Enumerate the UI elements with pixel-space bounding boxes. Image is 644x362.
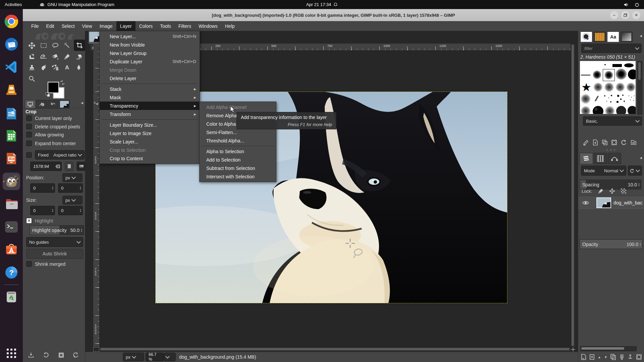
undo-history-tab[interactable] <box>48 100 58 109</box>
spin-down-icon[interactable]: ▼ <box>79 188 82 190</box>
option-current-layer-only[interactable]: Current layer only <box>26 115 72 121</box>
checkbox[interactable] <box>26 261 32 267</box>
collapse-tab-icon[interactable]: ◀ <box>81 101 83 105</box>
raise-layer-button[interactable]: ▲ <box>598 355 601 359</box>
zoom-combo[interactable] <box>164 353 176 361</box>
aspect-ratio-entry[interactable]: 1578:94 <box>30 162 62 171</box>
spin-down-icon[interactable]: ▼ <box>638 185 640 187</box>
files-icon[interactable] <box>3 195 20 213</box>
option-highlight[interactable]: ✕ Highlight <box>26 218 53 224</box>
system-indicators[interactable] <box>624 2 639 7</box>
minimize-button[interactable]: – <box>610 11 618 19</box>
position-unit-combo[interactable]: px <box>62 173 83 182</box>
menu-item-transparency[interactable]: Transparency ▶ <box>100 102 200 110</box>
warp-tool-icon[interactable] <box>39 52 49 61</box>
channels-tab[interactable] <box>594 153 607 164</box>
menu-image[interactable]: Image <box>96 21 116 31</box>
open-brush-icon[interactable] <box>631 139 637 145</box>
menu-item-new-from-visible[interactable]: New from Visible <box>100 41 200 49</box>
reset-preset-icon[interactable] <box>73 352 79 358</box>
layer-mode-combo[interactable]: Mode Normal <box>581 166 626 176</box>
paintbrush-tool-icon[interactable] <box>62 52 72 61</box>
option-shrink-merged[interactable]: Shrink merged <box>26 261 65 267</box>
menu-windows[interactable]: Windows <box>195 21 221 31</box>
delete-preset-icon[interactable] <box>58 352 64 358</box>
anchor-layer-button[interactable] <box>628 354 633 360</box>
spin-down-icon[interactable]: ▼ <box>80 230 83 232</box>
restore-button[interactable] <box>621 11 629 19</box>
rectangle-select-tool-icon[interactable] <box>39 41 49 50</box>
clear-entry-icon[interactable] <box>55 165 60 168</box>
vertical-ruler[interactable]: 0 250 500 750 1000 ▶ <box>93 44 100 347</box>
terminal-icon[interactable] <box>3 218 20 236</box>
brush-group-combo[interactable]: Basic, <box>583 116 642 126</box>
menu-tools[interactable]: Tools <box>156 21 175 31</box>
menu-file[interactable]: File <box>28 21 43 31</box>
duplicate-layer-button[interactable] <box>610 354 616 360</box>
layer-row[interactable]: dog_with_bac <box>578 196 644 210</box>
delete-layer-button[interactable] <box>636 354 642 360</box>
highlight-opacity-slider[interactable]: Highlight opacity 50.0 ▲▼ <box>30 225 84 235</box>
vertical-scrollbar[interactable] <box>571 44 576 348</box>
focused-app-indicator[interactable]: GNU Image Manipulation Program <box>39 2 114 7</box>
highlight-checkbox[interactable]: ✕ <box>26 218 32 224</box>
image-thumbnail-tab[interactable] <box>59 100 70 109</box>
vlc-icon[interactable] <box>3 81 20 99</box>
eraser-tool-icon[interactable] <box>74 52 84 61</box>
menu-item-new-layer-group[interactable]: New Layer Group <box>100 49 200 57</box>
checkbox[interactable] <box>26 140 32 146</box>
brush-spacing-slider[interactable]: Spacing 10.0 ▲▼ <box>580 180 641 189</box>
libreoffice-calc-icon[interactable] <box>3 127 20 144</box>
layer-name[interactable]: dog_with_bac <box>613 200 642 205</box>
fonts-tab[interactable]: Aa <box>607 32 619 42</box>
layer-thumbnail[interactable] <box>596 197 611 208</box>
lock-alpha-icon[interactable] <box>621 188 626 194</box>
menu-item-merge-down[interactable]: Merge Down <box>100 66 200 74</box>
layers-tab[interactable] <box>580 153 593 164</box>
brushes-tab[interactable] <box>580 32 592 42</box>
ubuntu-software-icon[interactable] <box>3 241 20 258</box>
lock-position-icon[interactable] <box>609 188 615 194</box>
transform-tool-icon[interactable] <box>27 52 37 61</box>
window-titlebar[interactable]: [dog_with_background] (imported)-1.0 (RG… <box>23 9 644 21</box>
option-allow-growing[interactable]: Allow growing <box>26 132 64 137</box>
size-unit-combo[interactable]: px <box>62 196 83 204</box>
position-x-field[interactable]: 0 ▲▼ <box>30 183 55 193</box>
clock[interactable]: Apr 21 17:34 <box>306 2 338 7</box>
thunderbird-icon[interactable] <box>3 36 20 53</box>
brush-filter-combo[interactable]: filter <box>581 44 642 53</box>
refresh-brushes-icon[interactable] <box>621 139 627 145</box>
menu-item-new-layer[interactable]: New Layer... Shift+Ctrl+N <box>100 32 200 41</box>
fuzzy-select-tool-icon[interactable] <box>62 41 72 50</box>
close-button[interactable]: ✕ <box>632 11 640 19</box>
menu-select[interactable]: Select <box>58 21 78 31</box>
lock-pixels-icon[interactable] <box>598 188 603 194</box>
zoom-tool-icon[interactable] <box>27 74 37 83</box>
submenu-item-intersect-with-selection[interactable]: Intersect with Selection <box>200 172 276 181</box>
navigation-preview-button[interactable] <box>571 347 575 352</box>
zoom-field[interactable]: 66.7 % <box>146 353 164 361</box>
text-tool-icon[interactable]: A <box>62 63 72 72</box>
unit-combo[interactable]: px <box>123 353 144 361</box>
lower-layer-button[interactable]: ▼ <box>604 355 607 359</box>
menu-item-scale-layer[interactable]: Scale Layer... <box>100 137 200 146</box>
submenu-item-subtract-from-selection[interactable]: Subtract from Selection <box>200 164 276 172</box>
fixed-checkbox[interactable] <box>26 152 32 158</box>
menu-help[interactable]: Help <box>221 21 238 31</box>
layer-opacity-slider[interactable]: Opacity 100.0 ▲▼ <box>580 239 643 249</box>
free-select-tool-icon[interactable] <box>50 41 60 50</box>
save-preset-icon[interactable] <box>28 352 34 358</box>
auto-shrink-button[interactable]: Auto Shrink <box>26 249 83 259</box>
merge-layer-button[interactable] <box>619 354 625 360</box>
submenu-item-alpha-to-selection[interactable]: Alpha to Selection <box>200 147 276 156</box>
smudge-tool-icon[interactable] <box>39 63 49 72</box>
menu-item-transform[interactable]: Transform ▶ <box>100 110 200 118</box>
vscode-icon[interactable] <box>3 58 20 76</box>
menu-item-mask[interactable]: Mask ▶ <box>100 93 200 102</box>
menu-item-crop-to-content[interactable]: Crop to Content <box>100 154 200 163</box>
collapse-tab-icon[interactable]: ◀ <box>640 156 642 160</box>
menu-item-layer-boundary-size[interactable]: Layer Boundary Size... <box>100 121 200 129</box>
trash-icon[interactable] <box>3 288 20 305</box>
position-y-field[interactable]: 0 ▲▼ <box>58 183 83 193</box>
paths-tool-icon[interactable] <box>50 63 60 72</box>
